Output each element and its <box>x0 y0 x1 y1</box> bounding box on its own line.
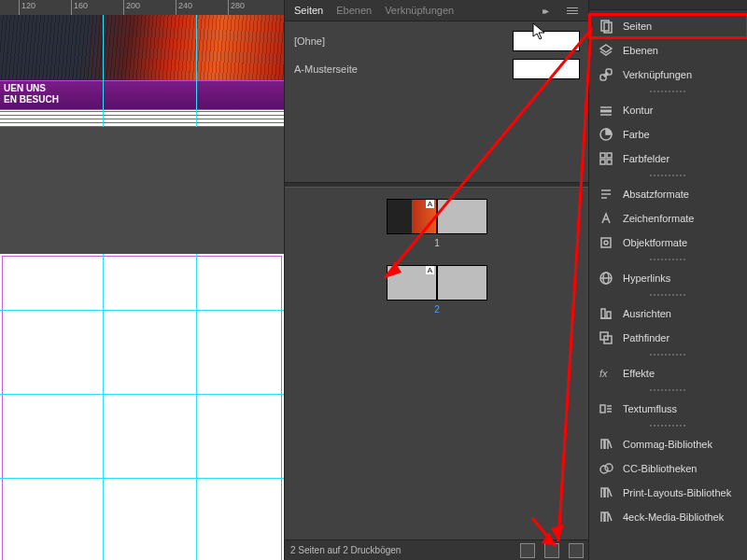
guide[interactable] <box>0 394 284 395</box>
svg-rect-3 <box>600 75 606 80</box>
dock-item-label: Objektformate <box>623 237 687 248</box>
dock-item-wrap[interactable]: Textumfluss <box>589 397 747 421</box>
dock-item-lib1[interactable]: Commag-Bibliothek <box>589 432 747 456</box>
dock-item-cc[interactable]: CC-Bibliotheken <box>589 456 747 481</box>
dock-item-pages[interactable]: Seiten <box>589 14 747 38</box>
dock-item-swatches[interactable]: Farbfelder <box>589 147 747 171</box>
guide[interactable] <box>0 310 284 311</box>
master-letter: A <box>426 266 434 274</box>
page-2-preview <box>0 254 284 560</box>
svg-rect-22 <box>607 312 611 318</box>
dock-item-label: Effekte <box>623 368 655 379</box>
delete-page-button[interactable] <box>569 543 584 558</box>
dock-item-label: Verknüpfungen <box>623 69 692 80</box>
align-icon <box>599 306 613 321</box>
para-icon <box>599 187 613 202</box>
page-number: 2 <box>434 304 440 315</box>
margin-outline <box>2 256 282 560</box>
banner: UEN UNS EN BESUCH <box>0 80 284 110</box>
right-dock: SeitenEbenenVerknüpfungenKonturFarbeFarb… <box>588 0 747 560</box>
dock-item-label: Farbe <box>623 129 650 140</box>
fx-icon: fx <box>599 366 613 381</box>
dock-item-links[interactable]: Verknüpfungen <box>589 63 747 87</box>
ruler-tick: 120 <box>19 0 35 15</box>
dock-item-label: Ebenen <box>623 45 658 56</box>
guide[interactable] <box>103 254 104 560</box>
dock-item-label: Ausrichten <box>623 308 671 319</box>
swatches-icon <box>599 151 613 166</box>
svg-rect-11 <box>600 160 605 164</box>
dock-item-label: Pathfinder <box>623 332 669 343</box>
dock-control-bar[interactable] <box>589 0 747 10</box>
svg-rect-10 <box>607 153 612 158</box>
dock-item-layers[interactable]: Ebenen <box>589 38 747 63</box>
dock-item-lib2[interactable]: Print-Layouts-Bibliothek <box>589 481 747 505</box>
links-icon <box>599 67 613 82</box>
dock-item-color[interactable]: Farbe <box>589 122 747 147</box>
dock-item-lib3[interactable]: 4eck-Media-Bibliothek <box>589 505 747 529</box>
collapse-panel-button[interactable]: ▸▸ <box>543 6 546 16</box>
dock-item-label: CC-Bibliotheken <box>623 463 697 474</box>
dock-item-para[interactable]: Absatzformate <box>589 182 747 206</box>
cc-icon <box>599 461 613 476</box>
page-thumb[interactable]: A <box>387 265 437 301</box>
lib-icon <box>599 510 613 525</box>
svg-rect-9 <box>600 153 605 158</box>
page-number: 1 <box>434 238 440 248</box>
svg-rect-27 <box>600 405 605 413</box>
guide[interactable] <box>103 15 104 127</box>
banner-text-2: EN BESUCH <box>4 94 59 105</box>
master-a-row[interactable]: A-Musterseite <box>294 55 580 83</box>
master-pages-area: [Ohne] A-Musterseite <box>285 21 589 89</box>
panel-status-bar: 2 Seiten auf 2 Druckbögen <box>285 539 589 560</box>
spreads-area: A 1 A 2 <box>285 188 589 343</box>
dock-item-label: Farbfelder <box>623 153 669 164</box>
master-a-thumb[interactable] <box>513 59 580 79</box>
guide[interactable] <box>0 478 284 479</box>
ruler-tick: 160 <box>71 0 88 15</box>
ruler-tick: 200 <box>123 0 140 15</box>
panel-tabs: Seiten Ebenen Verknüpfungen ▸▸ <box>285 0 589 21</box>
dock-item-label: Zeichenformate <box>623 213 694 224</box>
dock-item-char[interactable]: Zeichenformate <box>589 206 747 231</box>
guide[interactable] <box>196 15 197 127</box>
document-canvas[interactable]: 120 160 200 240 280 UEN UNS EN BESUCH <box>0 0 284 560</box>
dock-item-path[interactable]: Pathfinder <box>589 326 747 350</box>
stroke-icon <box>599 103 613 118</box>
new-page-button[interactable] <box>544 543 559 558</box>
dock-item-hyper[interactable]: Hyperlinks <box>589 266 747 290</box>
tab-links[interactable]: Verknüpfungen <box>385 5 454 16</box>
page-thumb[interactable]: A <box>387 199 437 234</box>
dock-item-label: 4eck-Media-Bibliothek <box>623 511 724 523</box>
page-thumb[interactable] <box>437 265 487 301</box>
tab-layers[interactable]: Ebenen <box>336 5 372 16</box>
banner-lines <box>0 108 284 127</box>
banner-text-1: UEN UNS <box>4 83 46 93</box>
dock-item-label: Commag-Bibliothek <box>623 439 712 450</box>
dock-item-stroke[interactable]: Kontur <box>589 98 747 122</box>
dock-item-label: Seiten <box>623 21 652 32</box>
layers-icon <box>599 43 613 58</box>
spread-2[interactable]: A 2 <box>294 265 580 315</box>
dock-item-fx[interactable]: fxEffekte <box>589 361 747 385</box>
panel-menu-button[interactable] <box>565 3 580 18</box>
status-text: 2 Seiten auf 2 Druckbögen <box>290 545 401 555</box>
ruler-tick: 280 <box>228 0 245 15</box>
guide[interactable] <box>196 254 197 560</box>
spread-1[interactable]: A 1 <box>294 199 580 248</box>
master-none-thumb[interactable] <box>513 31 580 51</box>
svg-marker-2 <box>600 45 612 52</box>
hyper-icon <box>599 271 613 286</box>
svg-rect-16 <box>601 238 611 247</box>
edit-page-size-button[interactable] <box>520 543 535 558</box>
svg-point-31 <box>600 466 608 473</box>
svg-point-17 <box>604 241 608 245</box>
ruler-horizontal[interactable]: 120 160 200 240 280 <box>0 0 284 16</box>
pages-panel: Seiten Ebenen Verknüpfungen ▸▸ [Ohne] A-… <box>284 0 590 560</box>
dock-item-obj[interactable]: Objektformate <box>589 231 747 255</box>
tab-pages[interactable]: Seiten <box>294 5 323 16</box>
dock-item-label: Absatzformate <box>623 189 689 200</box>
dock-item-align[interactable]: Ausrichten <box>589 301 747 326</box>
master-none-row[interactable]: [Ohne] <box>294 27 580 55</box>
page-thumb[interactable] <box>437 199 487 234</box>
